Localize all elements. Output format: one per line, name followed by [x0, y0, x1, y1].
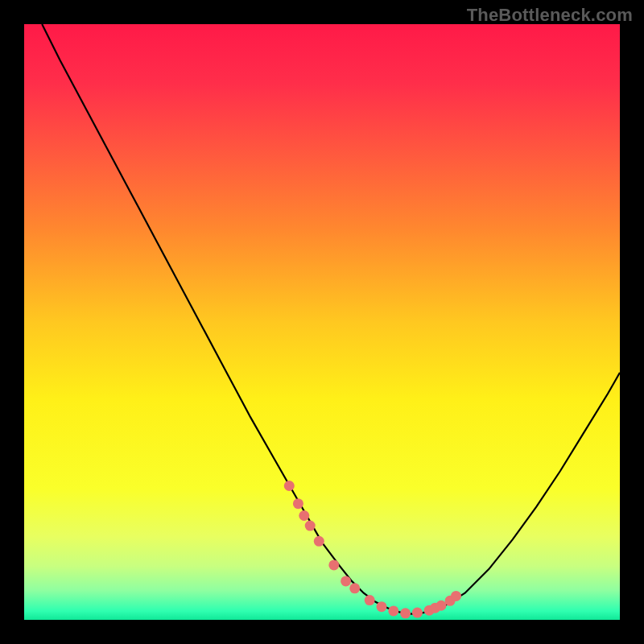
bottleneck-chart — [0, 0, 644, 644]
curve-marker — [451, 591, 461, 601]
curve-marker — [341, 576, 351, 586]
curve-marker — [314, 536, 324, 547]
gradient-background — [24, 24, 620, 620]
curve-marker — [377, 601, 387, 612]
curve-marker — [299, 510, 309, 521]
curve-marker — [400, 608, 411, 618]
chart-stage: TheBottleneck.com — [0, 0, 644, 644]
curve-marker — [436, 601, 447, 611]
curve-marker — [365, 595, 375, 605]
curve-marker — [412, 608, 423, 618]
curve-marker — [388, 605, 398, 616]
watermark-text: TheBottleneck.com — [467, 5, 633, 26]
curve-marker — [349, 583, 360, 593]
curve-marker — [328, 559, 339, 570]
curve-marker — [293, 498, 303, 509]
curve-marker — [305, 521, 316, 531]
curve-marker — [284, 481, 295, 491]
